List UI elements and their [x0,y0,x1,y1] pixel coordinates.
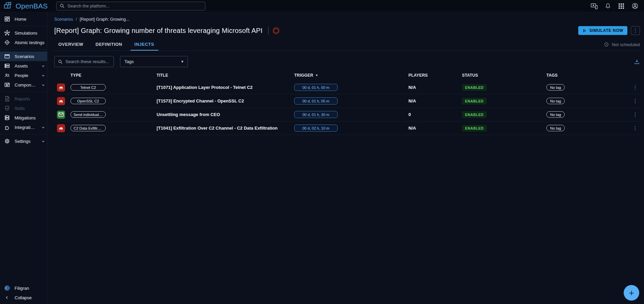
caldera-inject-icon [57,124,65,132]
tab-injects[interactable]: INJECTS [130,38,158,51]
platform-search-input[interactable] [67,3,202,8]
column-header-type[interactable]: TYPE [71,73,157,78]
target-icon [4,39,10,45]
sidebar-item-atomic-testings[interactable]: Atomic testings [0,38,47,47]
chevron-down-icon [41,64,45,68]
tab-overview[interactable]: OVERVIEW [54,38,87,51]
scenario-menu-button[interactable]: ⋮ [631,26,640,35]
export-download-icon[interactable] [634,59,640,65]
add-inject-fab[interactable]: + [624,285,639,301]
tag-chip: No tag [546,84,565,91]
search-icon [58,59,63,64]
players-count: N/A [408,85,462,90]
sidebar-item-reports: Reports [0,94,47,103]
sidebar-divider [0,49,47,50]
sidebar-item-label: Collapse [15,295,32,300]
inject-type-chip: OpenSSL C2 [71,98,106,104]
sidebar-item-label: Mitigations [15,115,36,120]
sidebar-item-label: People [15,73,28,78]
breadcrumb-current: [Report] Graph: Growing... [80,17,129,22]
sidebar-divider [0,26,47,26]
storage-icon [4,63,10,69]
sidebar-item-label: Filigran [15,286,29,291]
column-header-title[interactable]: TITLE [157,73,294,78]
tags-filter-select[interactable]: Tags ▼ [120,56,188,67]
inject-table-body: Telnet C2 [T1071] Application Layer Prot… [54,81,640,135]
column-header-players[interactable]: PLAYERS [408,73,462,78]
sidebar-item-simulations[interactable]: Simulations [0,28,47,38]
row-menu-kebab-icon[interactable]: ⋮ [631,125,639,131]
logo-text: OpenBAS [16,2,48,10]
results-search[interactable] [54,56,114,67]
simulate-now-button[interactable]: SIMULATE NOW [578,26,627,35]
inject-title: [T1041] Exfiltration Over C2 Channel - C… [157,126,294,131]
column-header-trigger[interactable]: TRIGGER ▼ [294,73,408,78]
connected-devices-icon[interactable] [590,2,599,11]
row-menu-kebab-icon[interactable]: ⋮ [631,98,639,104]
apps-grid-icon[interactable] [617,2,626,11]
notifications-bell-icon[interactable] [603,2,612,11]
caldera-inject-icon [57,83,65,92]
sidebar-item-settings[interactable]: Settings [0,136,47,146]
players-count: N/A [408,98,462,103]
sidebar-item-label: Scenarios [15,54,34,59]
account-circle-icon[interactable] [630,2,639,11]
results-search-input[interactable] [65,59,110,64]
openbas-logo-icon [3,1,14,11]
top-bar: OpenBAS [0,0,644,12]
platform-search[interactable] [56,2,205,11]
sidebar-item-integrations[interactable]: Integrations [0,122,47,132]
tag-chip: No tag [546,125,565,131]
severity-ring-icon [273,28,279,34]
column-header-status[interactable]: STATUS [462,73,546,78]
table-row[interactable]: Telnet C2 [T1071] Application Layer Prot… [54,81,640,94]
players-count: N/A [408,126,462,131]
gear-icon [4,138,10,144]
sidebar-item-mitigations[interactable]: Mitigations [0,113,47,122]
sidebar-item-label: Integrations [15,125,37,130]
chevron-down-icon [41,139,45,143]
sidebar-divider [0,92,47,92]
tab-definition[interactable]: DEFINITION [92,38,126,51]
tag-chip: No tag [546,111,565,118]
sidebar-item-label: Settings [15,139,31,144]
table-row[interactable]: Send individual ma... Unsettling message… [54,108,640,121]
sidebar-item-scenarios[interactable]: Scenarios [0,52,47,61]
email-inject-icon [57,111,65,119]
status-badge: ENABLED [462,98,487,104]
inject-title: Unsettling message from CEO [157,112,294,117]
sidebar-item-components[interactable]: Components [0,80,47,90]
status-badge: ENABLED [462,84,487,91]
table-row[interactable]: OpenSSL C2 [T1573] Encrypted Channel - O… [54,94,640,108]
table-row[interactable]: C2 Data Exfiltration [T1041] Exfiltratio… [54,121,640,135]
main-content: Scenarios / [Report] Graph: Growing... [… [47,12,644,304]
sidebar-item-filigran[interactable]: Filigran [0,283,47,293]
sidebar-item-people[interactable]: People [0,71,47,80]
sidebar-item-label: Components [15,82,37,88]
dashboard-icon [4,16,10,22]
dns-icon [4,115,10,121]
sidebar-collapse-button[interactable]: Collapse [0,293,47,302]
openbas-logo[interactable]: OpenBAS [3,1,52,11]
sidebar-item-label: Reports [15,96,30,101]
row-menu-kebab-icon[interactable]: ⋮ [631,111,639,118]
sidebar-divider [0,134,47,134]
tag-chip: No tag [546,98,565,104]
dropdown-arrow-icon: ▼ [181,60,184,63]
hub-icon [4,30,10,36]
trigger-time-chip: 00 d, 01 h, 30 m [294,111,338,118]
sidebar-item-home[interactable]: Home [0,14,47,24]
sidebar-item-assets[interactable]: Assets [0,61,47,71]
sidebar-item-label: Assets [15,63,28,69]
newspaper-icon [4,82,10,88]
inject-type-chip: C2 Data Exfiltration [71,125,106,131]
clock-update-icon [604,42,609,47]
sort-desc-icon: ▼ [315,74,318,77]
trigger-time-chip: 00 d, 01 h, 05 m [294,97,338,104]
column-header-tags[interactable]: TAGS [546,73,631,78]
inject-type-chip: Telnet C2 [71,84,106,91]
caldera-inject-icon [57,97,65,105]
sidebar-item-label: Home [15,17,26,22]
breadcrumb-scenarios-link[interactable]: Scenarios [54,17,73,22]
row-menu-kebab-icon[interactable]: ⋮ [631,84,639,91]
